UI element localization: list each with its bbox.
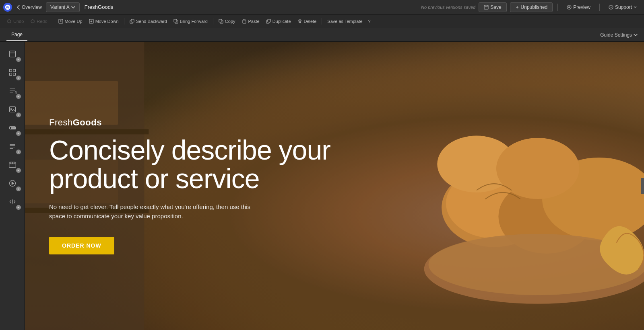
brand-logo: FreshGoods xyxy=(49,117,620,128)
sep2 xyxy=(124,18,124,25)
move-up-button[interactable]: Move Up xyxy=(56,18,85,25)
wp-logo: W xyxy=(3,3,12,12)
svg-rect-21 xyxy=(9,73,12,76)
sep1 xyxy=(53,18,53,25)
svg-rect-12 xyxy=(174,19,177,22)
resize-handle[interactable] xyxy=(641,178,644,194)
svg-rect-17 xyxy=(268,19,270,22)
svg-rect-19 xyxy=(9,70,12,72)
video-tool[interactable]: + xyxy=(3,174,22,192)
svg-rect-20 xyxy=(13,70,15,72)
svg-rect-14 xyxy=(219,19,222,22)
canvas-area: FreshGoods Concisely describe your produ… xyxy=(25,42,644,330)
svg-rect-22 xyxy=(13,73,15,76)
top-bar-right: No previous versions saved Save Unpublis… xyxy=(421,2,641,12)
top-bar: W Overview Variant A FreshGoods No previ… xyxy=(0,0,644,14)
divider2 xyxy=(599,4,600,11)
save-as-template-button[interactable]: Save as Template xyxy=(324,18,365,25)
main-layout: + + T + + BTN + + + xyxy=(0,42,644,330)
move-down-button[interactable]: Move Down xyxy=(86,18,122,25)
canvas[interactable]: FreshGoods Concisely describe your produ… xyxy=(25,42,644,330)
bring-forward-button[interactable]: Bring Forward xyxy=(171,18,211,25)
svg-rect-24 xyxy=(9,107,15,112)
svg-text:T: T xyxy=(15,91,16,94)
toolbar: Undo Redo Move Up Move Down Send Backwar… xyxy=(0,14,644,28)
top-nav: Overview Variant A xyxy=(14,2,80,12)
svg-point-4 xyxy=(568,6,570,8)
hero-headline: Concisely describe your product or servi… xyxy=(49,136,331,193)
svg-rect-10 xyxy=(131,19,134,22)
svg-rect-18 xyxy=(9,51,15,57)
divider xyxy=(557,4,558,11)
no-versions-text: No previous versions saved xyxy=(421,5,475,10)
undo-button[interactable]: Undo xyxy=(4,18,27,25)
page-tab-bar: Page Guide Settings xyxy=(0,28,644,42)
variant-button[interactable]: Variant A xyxy=(46,2,80,12)
cta-button[interactable]: ORDER NOW xyxy=(49,237,114,254)
list-tool[interactable]: + xyxy=(3,137,22,155)
sep4 xyxy=(322,18,322,25)
page-title: FreshGoods xyxy=(81,4,117,10)
support-button[interactable]: ? Support xyxy=(605,3,641,12)
svg-text:BTN: BTN xyxy=(11,127,16,129)
svg-text:W: W xyxy=(6,5,9,9)
duplicate-button[interactable]: Duplicate xyxy=(263,18,294,25)
delete-button[interactable]: Delete xyxy=(295,18,320,25)
code-tool[interactable]: + xyxy=(3,193,22,211)
guide-settings-button[interactable]: Guide Settings xyxy=(600,32,638,38)
hero-subtext: No need to get clever. Tell people exact… xyxy=(49,203,258,221)
svg-rect-15 xyxy=(243,20,246,23)
left-sidebar: + + T + + BTN + + + xyxy=(0,42,25,330)
redo-button[interactable]: Redo xyxy=(27,18,50,25)
sep3 xyxy=(213,18,213,25)
svg-marker-30 xyxy=(12,182,14,185)
svg-point-25 xyxy=(10,108,11,109)
save-button[interactable]: Save xyxy=(479,2,506,12)
overview-button[interactable]: Overview xyxy=(14,3,45,12)
nav-tool[interactable]: + xyxy=(3,156,22,174)
preview-button[interactable]: Preview xyxy=(563,3,594,12)
unpublished-button[interactable]: Unpublished xyxy=(510,2,553,12)
grid-tool[interactable]: + xyxy=(3,64,22,81)
image-tool[interactable]: + xyxy=(3,100,22,118)
paste-button[interactable]: Paste xyxy=(239,18,262,25)
copy-button[interactable]: Copy xyxy=(216,18,238,25)
text-tool[interactable]: T + xyxy=(3,82,22,100)
send-backward-button[interactable]: Send Backward xyxy=(127,18,170,25)
help-button[interactable]: ? xyxy=(366,18,373,25)
page-tab[interactable]: Page xyxy=(6,29,27,41)
button-tool[interactable]: BTN + xyxy=(3,119,22,137)
svg-text:?: ? xyxy=(610,6,612,9)
canvas-content: FreshGoods Concisely describe your produ… xyxy=(25,42,644,330)
section-tool[interactable]: + xyxy=(3,45,22,63)
